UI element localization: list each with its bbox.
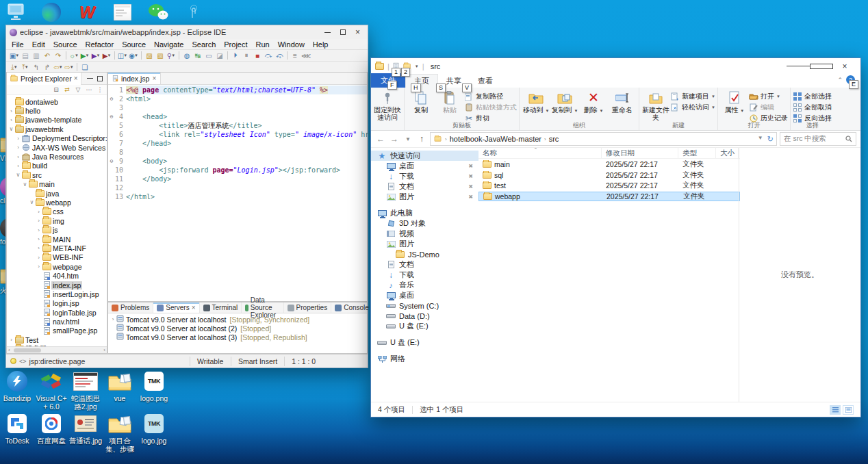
eclipse-titlebar[interactable]: eclipse - javawebtmk/src/main/webapp/ind… xyxy=(6,25,368,39)
menu-run[interactable]: Run xyxy=(252,40,274,49)
up-icon[interactable]: ↑ xyxy=(416,134,427,144)
paste-button[interactable]: 粘贴 xyxy=(435,90,464,114)
toolbar-undo-icon[interactable]: ↶ xyxy=(42,51,53,61)
bottom-tab-properties[interactable]: Properties xyxy=(284,302,332,313)
desktop-icon-snapshot[interactable] xyxy=(111,1,134,23)
tree-item-index.jsp[interactable]: index.jsp xyxy=(7,281,107,289)
desktop-icon-普通话.jpg[interactable]: 普通话.jpg xyxy=(68,412,103,445)
toolbar-save-all-icon[interactable]: ▥ xyxy=(31,51,42,61)
tree-item-insertLogin.jsp[interactable]: insertLogin.jsp xyxy=(7,289,107,298)
server-row-3[interactable]: Tomcat v9.0 Server at localhost (3)[Stop… xyxy=(110,333,367,341)
collapsed-arrow-icon[interactable]: › xyxy=(15,144,21,151)
toolbar-console-icon[interactable]: ▭ xyxy=(203,51,214,61)
menu-help[interactable]: Help xyxy=(309,40,333,49)
open-button[interactable]: 打开▼ xyxy=(749,91,788,101)
expanded-arrow-icon[interactable]: ∨ xyxy=(8,126,14,132)
forward-icon[interactable]: → xyxy=(389,134,400,144)
bottom-tab-terminal[interactable]: Terminal xyxy=(200,302,242,313)
toolbar-browser-icon[interactable]: ◉▼ xyxy=(128,51,139,61)
nav-item-3D[interactable]: 3D 对象 xyxy=(371,218,478,229)
tree-item-loginTable.jsp[interactable]: loginTable.jsp xyxy=(7,308,107,317)
toolbar-run-config-icon[interactable]: ▶▼ xyxy=(90,51,101,61)
collapsed-arrow-icon[interactable]: › xyxy=(36,255,42,261)
nav-item-[interactable]: 文档✚ xyxy=(371,181,478,192)
select-all-button[interactable]: 全部选择 xyxy=(793,91,832,101)
column-name[interactable]: 名称⌃ xyxy=(478,148,602,158)
code-line-11[interactable]: 11 </body> xyxy=(108,175,367,183)
maximize-view-icon[interactable] xyxy=(97,76,103,81)
expanded-arrow-icon[interactable]: ∨ xyxy=(15,172,21,178)
menu-search[interactable]: Search xyxy=(188,40,220,49)
code-line-13[interactable]: 13</html> xyxy=(108,192,367,201)
more-icon[interactable]: ⋮ xyxy=(96,86,104,94)
file-row-test[interactable]: test2025/5/27 22:17文件夹 xyxy=(478,181,740,191)
project-explorer-tab[interactable]: Project Explorer × xyxy=(7,73,81,85)
nav-item-[interactable]: 网络 xyxy=(371,354,478,364)
toolbar-next-annotation-icon[interactable]: ↱ xyxy=(42,62,53,73)
recent-locations-icon[interactable]: ▼ xyxy=(403,136,413,142)
new-folder-button[interactable]: 新建文件夹 xyxy=(641,90,670,121)
breadcrumb-item-1[interactable]: hotelbook-JavaWeb-master xyxy=(450,135,541,143)
nav-item-JS-Demo[interactable]: JS-Demo xyxy=(371,249,478,259)
column-date[interactable]: 修改日期 xyxy=(602,148,678,158)
details-view-icon[interactable] xyxy=(830,405,841,415)
file-row-webapp[interactable]: webapp2025/5/27 22:17文件夹 xyxy=(478,192,740,202)
bottom-tab-servers[interactable]: Servers× xyxy=(153,302,199,313)
collapse-ribbon-icon[interactable]: ⌃ xyxy=(837,77,843,83)
paste-shortcut-button[interactable]: 粘贴快捷方式 xyxy=(464,102,517,112)
nav-item-[interactable]: 桌面 xyxy=(371,290,478,300)
tree-item-MAIN[interactable]: ›MAIN xyxy=(7,235,107,244)
maximize-icon[interactable] xyxy=(340,29,346,35)
toolbar-terminate-icon[interactable]: ■ xyxy=(252,51,263,61)
tab-view[interactable]: 查看 xyxy=(470,75,501,88)
menu-window[interactable]: Window xyxy=(274,40,309,49)
toolbar-pin-icon[interactable]: ◪ xyxy=(214,51,225,61)
desktop-icon-vue[interactable]: vue xyxy=(103,370,137,402)
collapsed-arrow-icon[interactable]: › xyxy=(36,209,42,215)
refresh-icon[interactable]: ↻ xyxy=(767,135,774,144)
tree-item-js[interactable]: ›js xyxy=(7,225,107,234)
tree-item-hello[interactable]: ›hello xyxy=(7,106,107,115)
search-box[interactable]: 在 src 中搜索 xyxy=(780,132,856,146)
collapsed-arrow-icon[interactable]: › xyxy=(110,316,116,322)
minimize-icon[interactable] xyxy=(324,32,331,33)
toolbar-suspend-icon[interactable]: ⏸ xyxy=(241,51,252,61)
maximize-icon[interactable] xyxy=(810,64,833,69)
toolbar-new-web-icon[interactable]: ◫▼ xyxy=(117,51,128,61)
code-line-12[interactable]: 12 xyxy=(108,183,367,192)
minimize-view-icon[interactable] xyxy=(87,78,93,79)
toolbar-web-icon[interactable]: ◍ xyxy=(181,51,192,61)
desktop-icon-项目合集步骤[interactable]: 项目合集、步骤 xyxy=(103,412,137,453)
server-row-1[interactable]: ›Tomcat v9.0 Server at localhost[Stoppin… xyxy=(110,315,367,324)
file-row-main[interactable]: main2025/5/27 22:17文件夹 xyxy=(478,159,740,170)
select-none-button[interactable]: 全部取消 xyxy=(793,102,832,112)
menu-navigate[interactable]: Navigate xyxy=(150,40,188,49)
desktop-icon-百度网盘[interactable]: 百度网盘 xyxy=(34,412,68,445)
column-size[interactable]: 大小 xyxy=(716,148,739,158)
easy-access-button[interactable]: 轻松访问▼ xyxy=(670,102,715,112)
minimize-icon[interactable] xyxy=(787,66,810,66)
code-line-10[interactable]: 10 <jsp:forward page="Login.jsp"></jsp:f… xyxy=(108,166,367,175)
menu-source[interactable]: Source xyxy=(49,40,81,49)
code-line-2[interactable]: ⊖2<html> xyxy=(108,94,367,103)
desktop-icon-edge[interactable] xyxy=(40,1,63,23)
explorer-titlebar[interactable]: | ▼ | src × xyxy=(371,58,860,74)
code-editor[interactable]: 1<%@ page contentType="text/html;charset… xyxy=(108,85,367,201)
toolbar-prev-annotation-icon[interactable]: ↰ xyxy=(31,62,42,73)
fold-marker[interactable]: ⊖ xyxy=(108,157,115,166)
bottom-tab-console[interactable]: Console xyxy=(331,302,373,313)
breadcrumb-item-2[interactable]: src xyxy=(549,135,559,143)
file-row-sql[interactable]: sql2025/5/27 22:17文件夹 xyxy=(478,170,740,181)
code-line-8[interactable]: 8 xyxy=(108,148,367,157)
toolbar-push-up-icon[interactable]: ⤒▼ xyxy=(20,62,31,73)
nav-item-[interactable]: ↓下载 xyxy=(371,270,478,280)
tree-item-javawebtmk[interactable]: ∨javawebtmk xyxy=(7,125,107,133)
nav-item-Data(D:)[interactable]: Data (D:) xyxy=(371,311,478,321)
copy-button[interactable]: 复制 xyxy=(407,90,435,114)
collapsed-arrow-icon[interactable]: › xyxy=(15,163,21,169)
nav-item-[interactable]: 此电脑 xyxy=(371,208,478,218)
tree-item-build[interactable]: ›build xyxy=(7,162,107,170)
collapsed-arrow-icon[interactable]: › xyxy=(36,236,42,242)
address-dropdown-icon[interactable]: ▼ xyxy=(758,135,763,144)
collapsed-arrow-icon[interactable]: › xyxy=(36,227,42,233)
